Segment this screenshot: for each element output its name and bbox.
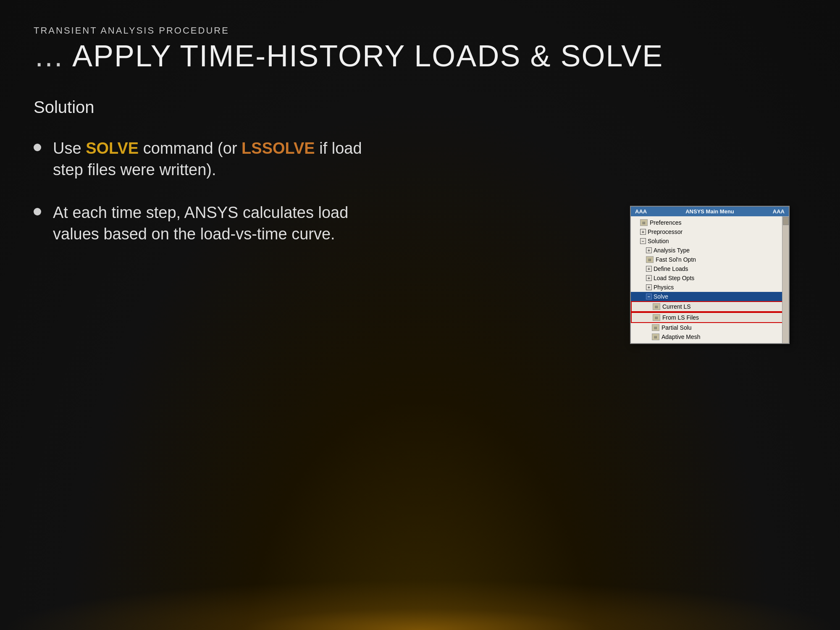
menu-item-current-ls[interactable]: ▤ Current LS xyxy=(631,301,789,312)
bullet-item-2: At each time step, ANSYS calculates load… xyxy=(34,202,391,245)
preferences-icon: ▤ xyxy=(640,219,648,226)
slide-title: … APPLY TIME-HISTORY LOADS & SOLVE xyxy=(34,39,806,73)
partial-solu-label: Partial Solu xyxy=(662,324,692,331)
current-ls-label: Current LS xyxy=(662,303,691,310)
physics-label: Physics xyxy=(654,284,674,291)
menu-item-preferences[interactable]: ▤ Preferences xyxy=(631,218,789,227)
bullet-text-1: Use SOLVE command (or LSSOLVE if load st… xyxy=(53,138,391,181)
solution-expand[interactable]: − xyxy=(640,238,646,244)
physics-expand[interactable]: + xyxy=(646,284,652,290)
menu-item-from-ls-files[interactable]: ▤ From LS Files xyxy=(631,312,789,323)
menu-item-solve[interactable]: − Solve xyxy=(631,292,789,301)
menu-item-load-step-opts[interactable]: + Load Step Opts xyxy=(631,273,789,283)
load-step-opts-label: Load Step Opts xyxy=(654,275,694,281)
from-ls-files-icon: ▤ xyxy=(653,314,660,321)
bullet-item-1: Use SOLVE command (or LSSOLVE if load st… xyxy=(34,138,391,181)
highlight-lssolve: LSSOLVE xyxy=(242,139,315,157)
from-ls-files-label: From LS Files xyxy=(662,314,699,321)
menu-wrapper: ▤ Preferences + Preprocessor − Solution … xyxy=(631,216,789,343)
adaptive-mesh-label: Adaptive Mesh xyxy=(662,333,701,340)
title-prefix: … xyxy=(34,39,72,73)
bullet-text-2: At each time step, ANSYS calculates load… xyxy=(53,202,391,245)
bullets-list: Use SOLVE command (or LSSOLVE if load st… xyxy=(34,138,391,245)
menu-titlebar: AAA ANSYS Main Menu AAA xyxy=(631,207,789,216)
menu-title-icon-left: AAA xyxy=(635,208,647,215)
analysis-type-label: Analysis Type xyxy=(654,247,690,254)
highlight-solve: SOLVE xyxy=(86,139,139,157)
scrollbar[interactable] xyxy=(782,216,789,343)
bullet-dot-1 xyxy=(34,144,41,151)
define-loads-label: Define Loads xyxy=(654,265,688,272)
load-step-opts-expand[interactable]: + xyxy=(646,275,652,281)
bullet-dot-2 xyxy=(34,208,41,215)
ansys-menu: AAA ANSYS Main Menu AAA ▤ Preferences + … xyxy=(630,206,790,344)
fast-soln-label: Fast Sol'n Optn xyxy=(656,256,696,263)
menu-item-preprocessor[interactable]: + Preprocessor xyxy=(631,227,789,236)
menu-item-analysis-type[interactable]: + Analysis Type xyxy=(631,246,789,255)
scrollbar-thumb xyxy=(783,217,789,225)
solve-expand[interactable]: − xyxy=(646,294,652,299)
preprocessor-expand[interactable]: + xyxy=(640,229,646,235)
menu-body: ▤ Preferences + Preprocessor − Solution … xyxy=(631,216,789,343)
current-ls-icon: ▤ xyxy=(653,303,660,310)
menu-title-icon-right: AAA xyxy=(773,208,785,215)
preferences-label: Preferences xyxy=(650,219,681,226)
menu-item-physics[interactable]: + Physics xyxy=(631,283,789,292)
fast-soln-icon: ▤ xyxy=(646,256,654,263)
preprocessor-label: Preprocessor xyxy=(648,228,682,235)
slide-subtitle: TRANSIENT ANALYSIS PROCEDURE xyxy=(34,25,806,36)
menu-item-fast-soln[interactable]: ▤ Fast Sol'n Optn xyxy=(631,255,789,264)
title-main: APPLY TIME-HISTORY LOADS & SOLVE xyxy=(72,39,663,73)
header: TRANSIENT ANALYSIS PROCEDURE … APPLY TIM… xyxy=(34,25,806,73)
solve-label: Solve xyxy=(654,293,668,300)
menu-item-define-loads[interactable]: + Define Loads xyxy=(631,264,789,273)
solution-label: Solution xyxy=(648,238,669,244)
analysis-type-expand[interactable]: + xyxy=(646,247,652,253)
define-loads-expand[interactable]: + xyxy=(646,266,652,272)
menu-item-adaptive-mesh[interactable]: ▤ Adaptive Mesh xyxy=(631,332,789,341)
partial-solu-icon: ▤ xyxy=(652,324,659,331)
adaptive-mesh-icon: ▤ xyxy=(652,333,659,340)
menu-title-label: ANSYS Main Menu xyxy=(685,208,734,215)
menu-item-solution[interactable]: − Solution xyxy=(631,236,789,246)
section-heading: Solution xyxy=(34,98,806,117)
menu-item-partial-solu[interactable]: ▤ Partial Solu xyxy=(631,323,789,332)
